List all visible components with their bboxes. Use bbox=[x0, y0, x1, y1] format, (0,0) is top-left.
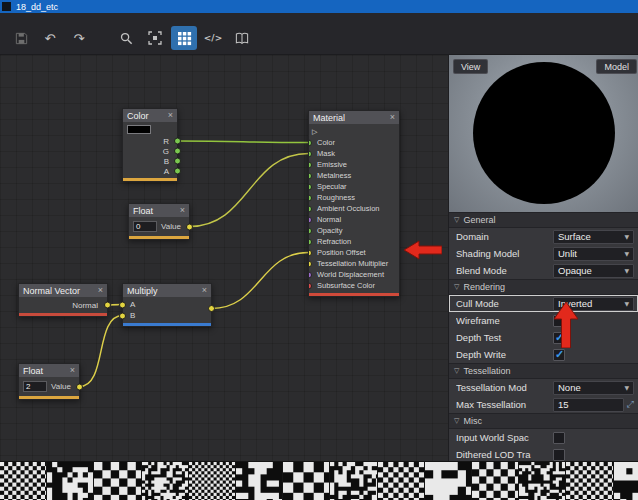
texture-thumbnail[interactable] bbox=[0, 462, 46, 500]
dropdown-tessellation-mod[interactable]: None▼ bbox=[553, 381, 634, 395]
input-max-tessellation[interactable]: 15 bbox=[553, 398, 624, 412]
input-pin[interactable] bbox=[309, 139, 312, 146]
node-header[interactable]: Normal Vector× bbox=[19, 284, 107, 297]
expand-icon[interactable]: ⤢ bbox=[627, 399, 634, 410]
texture-thumbnail[interactable] bbox=[142, 462, 188, 500]
input-pin[interactable] bbox=[309, 216, 312, 223]
search-icon[interactable] bbox=[113, 26, 139, 50]
input-pin[interactable] bbox=[119, 301, 126, 308]
input-pin[interactable] bbox=[309, 227, 312, 234]
redo-icon[interactable]: ↷ bbox=[66, 26, 92, 50]
dropdown-blend-mode[interactable]: Opaque▼ bbox=[553, 264, 634, 278]
dropdown-domain[interactable]: Surface▼ bbox=[553, 230, 634, 244]
fit-icon[interactable] bbox=[142, 26, 168, 50]
connection-wire[interactable] bbox=[190, 154, 309, 227]
node-title: Material bbox=[313, 113, 345, 123]
node-close-icon[interactable]: × bbox=[168, 111, 173, 120]
texture-thumbnail[interactable] bbox=[378, 462, 424, 500]
input-pin[interactable] bbox=[309, 271, 312, 278]
node-material[interactable]: Material×▷ColorMaskEmissiveMetalnessSpec… bbox=[308, 110, 400, 297]
connection-wire[interactable] bbox=[178, 141, 309, 143]
input-pin[interactable] bbox=[309, 238, 312, 245]
property-row-shading-model: Shading ModelUnlit▼ bbox=[449, 245, 638, 262]
output-pin[interactable] bbox=[186, 223, 193, 230]
input-pin[interactable] bbox=[119, 312, 126, 319]
node-close-icon[interactable]: × bbox=[202, 286, 207, 295]
checkbox-dithered-lod-tra[interactable] bbox=[553, 449, 565, 461]
grid-icon[interactable] bbox=[171, 26, 197, 50]
node-color[interactable]: Color×RGBA bbox=[122, 108, 178, 182]
section-header-tessellation[interactable]: ▽Tessellation bbox=[449, 363, 638, 379]
node-float[interactable]: Float×0Value bbox=[128, 203, 190, 240]
texture-thumbnail[interactable] bbox=[519, 462, 565, 500]
section-header-misc[interactable]: ▽Misc bbox=[449, 413, 638, 429]
node-input-row: World Displacement bbox=[309, 269, 399, 280]
section-header-general[interactable]: ▽General bbox=[449, 212, 638, 228]
node-close-icon[interactable]: × bbox=[70, 366, 75, 375]
color-swatch[interactable] bbox=[127, 125, 151, 134]
node-type-stripe bbox=[129, 236, 189, 239]
float-value-input[interactable]: 0 bbox=[133, 221, 157, 232]
node-close-icon[interactable]: × bbox=[180, 206, 185, 215]
property-label: Depth Test bbox=[456, 332, 553, 343]
texture-thumbnail[interactable] bbox=[425, 462, 471, 500]
texture-thumbnail[interactable] bbox=[566, 462, 612, 500]
texture-thumbnail[interactable] bbox=[472, 462, 518, 500]
docs-icon[interactable] bbox=[229, 26, 255, 50]
undo-icon[interactable]: ↶ bbox=[37, 26, 63, 50]
output-pin[interactable] bbox=[104, 302, 111, 309]
titlebar[interactable]: 18_dd_etc bbox=[0, 0, 638, 13]
output-pin[interactable] bbox=[76, 383, 83, 390]
input-pin[interactable] bbox=[309, 161, 312, 168]
input-pin[interactable] bbox=[309, 150, 312, 157]
node-graph-canvas[interactable]: Color×RGBAFloat×0ValueMaterial×▷ColorMas… bbox=[0, 55, 448, 461]
checkbox-depth-test[interactable] bbox=[553, 332, 565, 344]
input-pin[interactable] bbox=[309, 194, 312, 201]
node-float[interactable]: Float×2Value bbox=[18, 363, 80, 400]
checkbox-input-world-spac[interactable] bbox=[553, 432, 565, 444]
checkbox-depth-write[interactable] bbox=[553, 349, 565, 361]
node-input-row: Subsurface Color bbox=[309, 280, 399, 291]
node-header[interactable]: Multiply× bbox=[123, 284, 211, 297]
node-header[interactable]: Float× bbox=[129, 204, 189, 217]
code-icon[interactable]: </> bbox=[200, 26, 226, 50]
input-pin[interactable] bbox=[309, 183, 312, 190]
float-value-input[interactable]: 2 bbox=[23, 381, 47, 392]
preview-viewport[interactable]: View Model bbox=[449, 55, 638, 212]
texture-thumbnail[interactable] bbox=[283, 462, 329, 500]
node-close-icon[interactable]: × bbox=[390, 113, 395, 122]
section-header-rendering[interactable]: ▽Rendering bbox=[449, 279, 638, 295]
input-pin[interactable] bbox=[309, 260, 312, 267]
connection-wire[interactable] bbox=[80, 316, 123, 387]
texture-thumbnail[interactable] bbox=[330, 462, 376, 500]
connection-wire[interactable] bbox=[212, 253, 309, 309]
texture-thumbnail[interactable] bbox=[47, 462, 93, 500]
dropdown-cull-mode[interactable]: Inverted▼ bbox=[553, 297, 634, 311]
output-pin[interactable] bbox=[208, 305, 215, 312]
output-pin[interactable] bbox=[174, 158, 181, 165]
texture-thumbnail[interactable] bbox=[189, 462, 235, 500]
save-icon[interactable] bbox=[8, 26, 34, 50]
node-close-icon[interactable]: × bbox=[98, 286, 103, 295]
model-button[interactable]: Model bbox=[596, 59, 637, 74]
node-header[interactable]: Material× bbox=[309, 111, 399, 124]
view-button[interactable]: View bbox=[453, 59, 488, 74]
output-pin[interactable] bbox=[174, 148, 181, 155]
node-multiply[interactable]: Multiply×AB bbox=[122, 283, 212, 327]
input-pin[interactable] bbox=[309, 282, 312, 289]
output-pin[interactable] bbox=[174, 138, 181, 145]
texture-thumbnail[interactable] bbox=[94, 462, 140, 500]
property-label: Shading Model bbox=[456, 248, 553, 259]
dropdown-shading-model[interactable]: Unlit▼ bbox=[553, 247, 634, 261]
output-pin[interactable] bbox=[174, 168, 181, 175]
texture-thumbnail[interactable] bbox=[614, 462, 638, 500]
node-normal-vector[interactable]: Normal Vector×Normal bbox=[18, 283, 108, 317]
material-editor-window: 18_dd_etc ↶↷</> Color×RGBAFloat×0ValueMa… bbox=[0, 0, 638, 500]
checkbox-wireframe[interactable] bbox=[553, 315, 565, 327]
texture-thumbnail[interactable] bbox=[236, 462, 282, 500]
input-pin[interactable] bbox=[309, 205, 312, 212]
node-header[interactable]: Color× bbox=[123, 109, 177, 122]
input-pin[interactable] bbox=[309, 249, 312, 256]
input-pin[interactable] bbox=[309, 172, 312, 179]
node-header[interactable]: Float× bbox=[19, 364, 79, 377]
